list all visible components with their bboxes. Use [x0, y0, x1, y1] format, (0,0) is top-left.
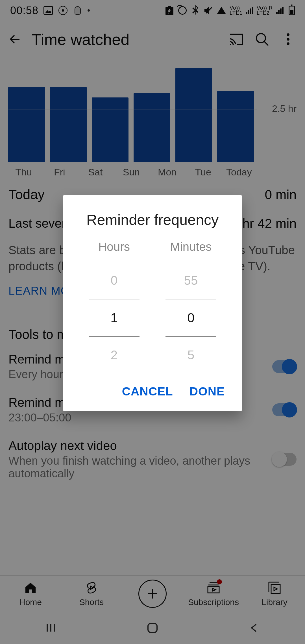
minutes-picker[interactable]: 55 0 5	[157, 262, 225, 373]
minutes-selected: 0	[157, 299, 225, 336]
done-button[interactable]: DONE	[189, 385, 225, 398]
cancel-button[interactable]: CANCEL	[122, 385, 173, 398]
hours-next: 2	[80, 337, 148, 373]
reminder-frequency-dialog: Reminder frequency Hours 0 1 2 Minutes 5…	[63, 195, 242, 411]
minutes-prev: 55	[157, 262, 225, 299]
dialog-title: Reminder frequency	[80, 211, 225, 228]
hours-selected: 1	[80, 299, 148, 336]
minutes-next: 5	[157, 337, 225, 373]
hours-prev: 0	[80, 262, 148, 299]
hours-label: Hours	[80, 240, 148, 254]
minutes-label: Minutes	[157, 240, 225, 254]
hours-picker[interactable]: 0 1 2	[80, 262, 148, 373]
